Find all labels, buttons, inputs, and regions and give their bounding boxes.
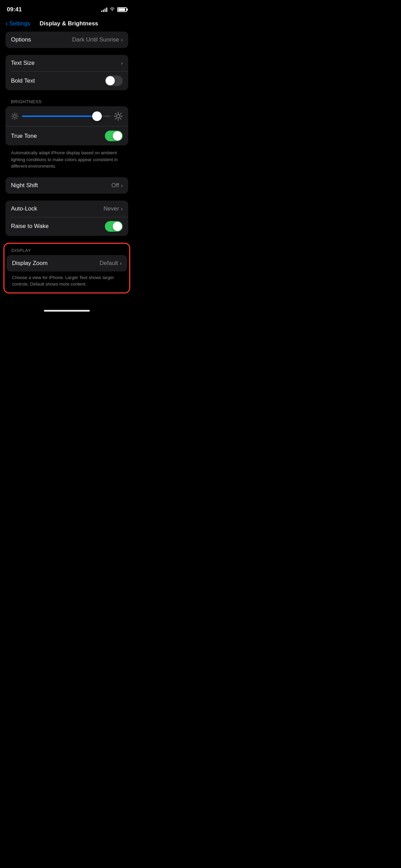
bold-text-toggle-knob [106, 76, 115, 85]
text-group: Text Size › Bold Text [5, 55, 128, 90]
sun-large-icon [114, 112, 123, 121]
auto-lock-row[interactable]: Auto-Lock Never › [5, 201, 128, 217]
slider-fill [22, 116, 97, 117]
svg-point-1 [13, 115, 16, 118]
status-icons [101, 7, 127, 12]
display-zoom-group: Display Zoom Default › [7, 255, 127, 272]
display-zoom-value: Default [99, 260, 118, 267]
raise-to-wake-toggle[interactable] [105, 221, 123, 232]
options-row[interactable]: Options Dark Until Sunrise › [5, 32, 128, 48]
status-bar: 09:41 [0, 0, 134, 17]
brightness-group: True Tone [5, 106, 128, 145]
raise-to-wake-toggle-knob [113, 222, 122, 231]
back-label: Settings [9, 20, 30, 27]
text-size-row[interactable]: Text Size › [5, 55, 128, 71]
true-tone-label: True Tone [11, 133, 105, 140]
svg-line-7 [16, 118, 17, 119]
svg-line-9 [12, 118, 13, 119]
brightness-slider-row[interactable] [5, 106, 128, 126]
options-value: Dark Until Sunrise [72, 36, 119, 43]
raise-to-wake-label: Raise to Wake [11, 223, 105, 230]
svg-line-17 [120, 113, 121, 114]
svg-point-10 [117, 114, 120, 118]
night-shift-label: Night Shift [11, 182, 111, 189]
back-button[interactable]: ‹ Settings [5, 20, 30, 27]
svg-point-0 [112, 10, 112, 11]
display-zoom-row[interactable]: Display Zoom Default › [7, 255, 127, 272]
brightness-section-label: BRIGHTNESS [0, 94, 134, 106]
wifi-icon [109, 7, 115, 12]
options-chevron-icon: › [121, 37, 123, 43]
home-indicator [0, 307, 134, 316]
true-tone-row[interactable]: True Tone [5, 126, 128, 145]
sun-small-icon [11, 112, 19, 120]
display-zoom-chevron-icon: › [120, 261, 122, 266]
svg-line-16 [120, 118, 121, 119]
page-title: Display & Brightness [30, 20, 108, 27]
display-section-label: DISPLAY [4, 245, 129, 255]
auto-lock-label: Auto-Lock [11, 205, 104, 212]
auto-lock-chevron-icon: › [121, 206, 123, 212]
status-time: 09:41 [7, 6, 22, 13]
text-size-label: Text Size [11, 60, 121, 67]
display-highlighted-section: DISPLAY Display Zoom Default › Choose a … [3, 243, 130, 293]
slider-thumb [92, 111, 102, 121]
bold-text-toggle[interactable] [105, 75, 123, 86]
night-shift-row[interactable]: Night Shift Off › [5, 177, 128, 194]
nav-bar: ‹ Settings Display & Brightness [0, 17, 134, 32]
bold-text-label: Bold Text [11, 77, 105, 84]
true-tone-description: Automatically adapt iPhone display based… [0, 147, 134, 174]
night-shift-value: Off [111, 182, 119, 189]
true-tone-toggle-knob [113, 131, 122, 141]
display-zoom-label: Display Zoom [12, 260, 99, 267]
text-size-chevron-icon: › [121, 60, 123, 66]
auto-lock-value: Never [104, 205, 119, 212]
signal-icon [101, 7, 107, 12]
night-shift-chevron-icon: › [121, 183, 123, 188]
night-shift-group: Night Shift Off › [5, 177, 128, 194]
slider-track [22, 116, 110, 117]
display-zoom-description: Choose a view for iPhone. Larger Text sh… [4, 272, 129, 291]
lock-wake-group: Auto-Lock Never › Raise to Wake [5, 201, 128, 236]
svg-line-6 [12, 114, 13, 114]
svg-line-8 [16, 114, 17, 114]
svg-line-18 [116, 118, 117, 119]
brightness-slider[interactable] [22, 116, 110, 117]
back-chevron-icon: ‹ [5, 20, 8, 27]
raise-to-wake-row[interactable]: Raise to Wake [5, 217, 128, 236]
options-group: Options Dark Until Sunrise › [5, 32, 128, 48]
svg-line-15 [116, 113, 117, 114]
options-label: Options [11, 36, 72, 43]
home-bar [44, 310, 90, 312]
true-tone-toggle[interactable] [105, 131, 123, 141]
bold-text-row[interactable]: Bold Text [5, 71, 128, 90]
battery-icon [117, 7, 127, 12]
settings-content: Options Dark Until Sunrise › Text Size ›… [0, 32, 134, 307]
